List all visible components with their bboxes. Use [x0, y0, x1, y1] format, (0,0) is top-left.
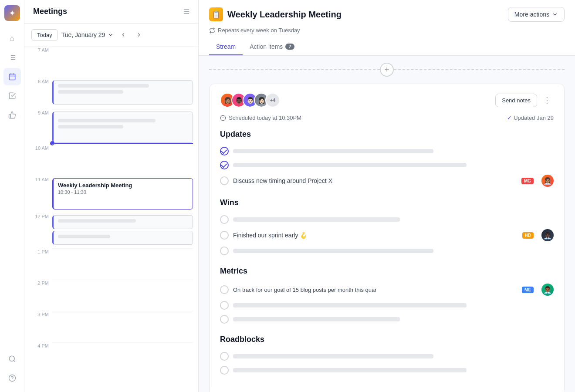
more-actions-button[interactable]: More actions [508, 7, 565, 22]
checkbox-9[interactable] [220, 315, 229, 324]
time-row-7am: 7 AM [30, 47, 193, 78]
checkbox-3[interactable] [220, 176, 229, 185]
item-row [220, 244, 554, 258]
attendees-row: 👩🏽 👨🏿 👨🏻 👩🏻 +4 Send notes ⋮ [220, 93, 554, 108]
event-title: Weekly Leadership Meeting [58, 182, 188, 189]
item-text-discuss: Discuss new timing around Project X [233, 177, 515, 184]
updated-info: ✓ Updated Jan 29 [507, 115, 554, 121]
avatars: 👩🏽 👨🏿 👨🏻 👩🏻 +4 [220, 93, 280, 108]
add-section-divider: + [209, 63, 565, 77]
checkbox-2[interactable] [220, 161, 229, 169]
more-options-icon[interactable]: ⋮ [541, 94, 554, 107]
sidebar: ✦ ⌂ [0, 0, 24, 392]
checkbox-11[interactable] [220, 366, 229, 375]
avatar-me: 👨🏾‍💼 [541, 284, 554, 296]
time-slot-11am: Weekly Leadership Meeting 10:30 - 11:30 [52, 176, 193, 213]
item-placeholder [233, 354, 433, 358]
sidebar-item-home[interactable]: ⌂ [3, 30, 21, 47]
time-slot-8am [52, 78, 193, 109]
time-label-4pm: 4 PM [30, 342, 52, 348]
time-row-2pm: 2 PM [30, 280, 193, 311]
prev-arrow[interactable] [117, 29, 129, 41]
app-logo[interactable]: ✦ [4, 5, 20, 21]
item-row [220, 363, 554, 377]
section-title-wins: Wins [220, 198, 554, 207]
checkbox-4[interactable] [220, 215, 229, 224]
chevron-down-icon [108, 32, 114, 38]
date-selector[interactable]: Tue, January 29 [61, 31, 114, 38]
tag-hd: HD [522, 232, 534, 239]
time-row-9am: 9 AM [30, 109, 193, 145]
sidebar-item-calendar[interactable] [3, 68, 21, 85]
item-placeholder [233, 149, 433, 153]
more-actions-label: More actions [514, 11, 549, 18]
time-row-8am: 8 AM [30, 78, 193, 109]
divider-line-right [394, 69, 565, 70]
time-label-3pm: 3 PM [30, 311, 52, 317]
time-grid: 7 AM 8 AM 9 AM [24, 47, 198, 392]
search-icon[interactable] [3, 350, 21, 368]
checkbox-8[interactable] [220, 301, 229, 310]
main-content: + 👩🏽 👨🏿 👨🏻 👩🏻 [199, 56, 575, 392]
item-placeholder [233, 249, 433, 253]
send-notes-button[interactable]: Send notes [495, 94, 537, 107]
sidebar-item-feedback[interactable] [3, 106, 21, 124]
left-panel: Meetings ☰ Today Tue, January 29 7 AM 8 … [24, 0, 199, 392]
time-row-11am: 11 AM Weekly Leadership Meeting 10:30 - … [30, 176, 193, 213]
date-label: Tue, January 29 [61, 31, 105, 38]
svg-point-4 [9, 356, 14, 361]
avatar-mg: 👩🏽‍💼 [541, 175, 554, 187]
sidebar-item-tasks[interactable] [3, 87, 21, 105]
time-row-4pm: 4 PM [30, 342, 193, 374]
item-row [220, 312, 554, 326]
section-title-roadblocks: Roadblocks [220, 335, 554, 344]
menu-icon[interactable]: ☰ [183, 7, 189, 16]
next-arrow[interactable] [133, 29, 145, 41]
sidebar-item-messages[interactable] [3, 49, 21, 66]
logo-symbol: ✦ [9, 9, 15, 17]
checkbox-6[interactable] [220, 247, 229, 255]
checkbox-1[interactable] [220, 147, 229, 155]
item-row [220, 158, 554, 172]
section-updates: Updates Discuss new timing around Projec… [220, 130, 554, 189]
event-placeholder-1[interactable] [52, 80, 193, 105]
help-icon[interactable] [3, 369, 21, 387]
checkbox-10[interactable] [220, 352, 229, 361]
time-slot-2pm [52, 280, 193, 311]
right-panel: 📋 Weekly Leadership Meeting More actions… [199, 0, 575, 392]
tag-mg: MG [521, 178, 534, 184]
meeting-icon: 📋 [209, 7, 223, 21]
svg-rect-0 [9, 74, 15, 80]
time-slot-7am [52, 47, 193, 78]
current-time-line [54, 143, 193, 144]
event-placeholder-3[interactable] [52, 215, 193, 229]
weekly-leadership-meeting-event[interactable]: Weekly Leadership Meeting 10:30 - 11:30 [52, 178, 193, 210]
event-time: 10:30 - 11:30 [58, 189, 188, 195]
tab-stream[interactable]: Stream [209, 39, 243, 55]
add-section-button[interactable]: + [380, 63, 394, 77]
time-label-8am: 8 AM [30, 78, 52, 84]
tab-action-items[interactable]: Action items 7 [243, 39, 301, 55]
checkbox-5[interactable] [220, 231, 229, 240]
item-row [220, 213, 554, 226]
section-roadblocks: Roadblocks [220, 335, 554, 377]
time-slot-1pm [52, 248, 193, 280]
time-row-12pm: 12 PM [30, 213, 193, 248]
repeat-text: Repeats every week on Tuesday [218, 27, 300, 34]
event-placeholder-4[interactable] [52, 231, 193, 245]
checkbox-7[interactable] [220, 285, 229, 294]
event-placeholder-2[interactable] [52, 112, 193, 143]
item-row-metrics: On track for our goal of 15 blog posts p… [220, 281, 554, 298]
today-button[interactable]: Today [31, 29, 58, 41]
left-header: Meetings ☰ [24, 0, 198, 24]
time-label-12pm: 12 PM [30, 213, 52, 219]
calendar-nav: Today Tue, January 29 [24, 24, 198, 47]
time-slot-3pm [52, 311, 193, 342]
time-row-1pm: 1 PM [30, 248, 193, 280]
stream-label: Stream [216, 43, 236, 50]
time-slot-4pm [52, 342, 193, 374]
right-header: 📋 Weekly Leadership Meeting More actions… [199, 0, 575, 56]
item-text-metrics: On track for our goal of 15 blog posts p… [233, 287, 516, 293]
item-placeholder [233, 163, 467, 167]
item-row-discuss: Discuss new timing around Project X MG 👩… [220, 172, 554, 189]
